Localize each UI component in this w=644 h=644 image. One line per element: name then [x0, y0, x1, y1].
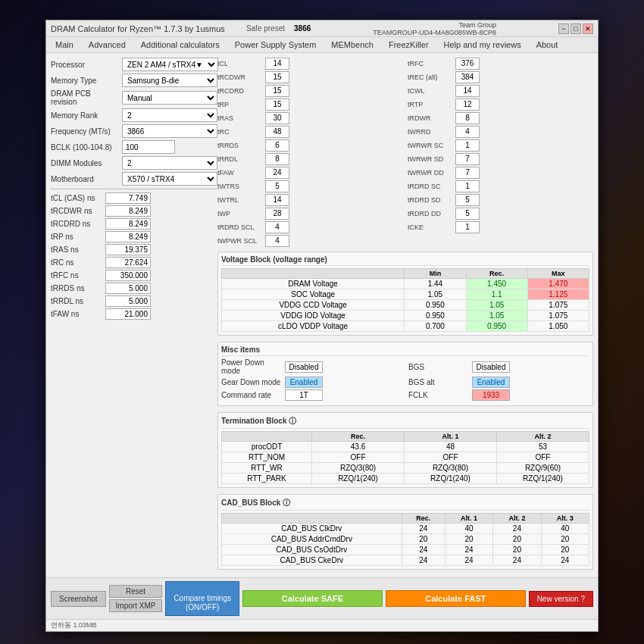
motherboard-dropdown[interactable]: X570 / sTRX4: [122, 172, 217, 186]
term-header-alt1: Alt. 1: [405, 432, 497, 442]
termination-section: Termination Block ⓘ Rec. Alt. 1 Alt. 2 p…: [217, 412, 593, 488]
timing-input-col1-7[interactable]: [265, 153, 289, 165]
menu-membench[interactable]: MEMbench: [325, 39, 380, 51]
timing-input-col2-2[interactable]: [455, 85, 480, 97]
timing-input-col2-0[interactable]: [455, 58, 480, 70]
timing-row: tRDRD SC: [408, 180, 593, 192]
team-group-brand: Team Group: [373, 21, 496, 29]
timing-input-col2-4[interactable]: [455, 112, 480, 124]
timing-row: tRP: [217, 98, 403, 111]
timing-row: tCL: [217, 58, 403, 70]
timing-input-col1-11[interactable]: [265, 208, 289, 220]
timing-input-col2-10[interactable]: [455, 194, 480, 206]
calculate-safe-button[interactable]: Calculate SAFE: [242, 590, 383, 607]
voltage-header-rec: Rec.: [466, 269, 527, 279]
voltage-header-name: [222, 269, 405, 279]
dram-pcb-dropdown[interactable]: Manual: [122, 91, 217, 105]
ns-input-7[interactable]: [105, 283, 151, 294]
timing-input-col2-12[interactable]: [455, 221, 480, 233]
cadbus-header-alt3: Alt. 3: [541, 514, 589, 524]
bgs-value: Disabled: [472, 361, 510, 373]
timing-row: tWTRL: [217, 194, 403, 206]
dimm-modules-dropdown[interactable]: 2: [122, 156, 217, 170]
termination-title: Termination Block ⓘ: [221, 416, 589, 429]
new-version-button[interactable]: New version ?: [529, 591, 593, 607]
timing-input-col1-2[interactable]: [265, 85, 289, 97]
close-button[interactable]: ✕: [583, 23, 593, 34]
timing-input-col1-0[interactable]: [265, 58, 289, 70]
ns-input-8[interactable]: [105, 295, 151, 307]
timing-input-col1-3[interactable]: [265, 98, 289, 111]
bclk-label: BCLK (100-104.8): [51, 143, 119, 152]
timing-input-col1-9[interactable]: [265, 180, 289, 192]
menu-main[interactable]: Main: [49, 39, 80, 51]
menu-advanced[interactable]: Advanced: [83, 39, 132, 51]
bclk-input[interactable]: [122, 140, 175, 154]
ns-input-0[interactable]: [105, 192, 151, 204]
menu-help[interactable]: Help and my reviews: [438, 39, 527, 51]
ns-input-1[interactable]: [105, 205, 151, 217]
screenshot-button[interactable]: Screenshot: [51, 591, 106, 607]
timing-input-col2-7[interactable]: [455, 153, 480, 165]
memory-rank-dropdown[interactable]: 2: [122, 108, 217, 122]
safe-preset-label: Safe preset: [246, 24, 285, 33]
timing-input-col1-12[interactable]: [265, 221, 289, 233]
term-header-rec: Rec.: [312, 432, 405, 442]
timing-input-col2-6[interactable]: [455, 139, 480, 152]
timing-input-col1-13[interactable]: [265, 235, 289, 247]
cadbus-table: Rec. Alt. 1 Alt. 2 Alt. 3 CAD_BUS ClkDrv…: [221, 513, 589, 566]
timing-input-col1-10[interactable]: [265, 194, 289, 206]
reset-button[interactable]: Reset: [109, 585, 163, 598]
frequency-dropdown[interactable]: 3866: [122, 124, 217, 138]
ns-input-3[interactable]: [105, 231, 151, 242]
ns-input-6[interactable]: [105, 270, 151, 281]
fclk-label: FCLK: [408, 391, 469, 399]
import-xmp-button[interactable]: Import XMP: [109, 599, 163, 612]
voltage-title: Voltage Block (voltage range): [221, 255, 589, 266]
termination-row: RTT_PARKRZQ/1(240)RZQ/1(240)RZQ/1(240): [222, 474, 589, 484]
memory-type-dropdown[interactable]: Samsung B-die: [122, 73, 217, 87]
memory-type-label: Memory Type: [51, 77, 119, 85]
timing-row: [408, 235, 593, 247]
timing-input-col2-1[interactable]: [455, 71, 480, 83]
compare-button[interactable]: Compare timings (ON/OFF): [165, 581, 239, 616]
ns-field-row: tRRDL ns: [51, 295, 217, 307]
ns-input-9[interactable]: [105, 308, 151, 320]
menu-about[interactable]: About: [530, 39, 564, 51]
status-text: 연하동 1.03MB: [51, 621, 97, 629]
timing-input-col1-4[interactable]: [265, 112, 289, 124]
voltage-header-min: Min: [405, 269, 466, 279]
timing-input-col2-9[interactable]: [455, 180, 480, 192]
calculate-fast-button[interactable]: Calculate FAST: [386, 590, 526, 607]
ns-input-5[interactable]: [105, 257, 151, 268]
menu-additional-calculators[interactable]: Additional calculators: [135, 39, 226, 51]
cadbus-header-rec: Rec.: [402, 514, 445, 524]
timing-input-col2-3[interactable]: [455, 98, 480, 111]
ns-field-row: tCL (CAS) ns: [51, 192, 217, 204]
voltage-header-max: Max: [527, 269, 589, 279]
menu-freezkiller[interactable]: FreezKiller: [383, 39, 435, 51]
processor-dropdown[interactable]: ZEN 2 AM4 / sTRX4▼: [122, 58, 218, 71]
timing-row: tRCDWR: [217, 71, 403, 83]
minimize-button[interactable]: −: [558, 23, 569, 34]
timing-input-col1-1[interactable]: [265, 71, 289, 83]
timing-row: tCWL: [408, 85, 593, 97]
cadbus-header-alt1: Alt. 1: [445, 514, 492, 524]
menu-power-supply[interactable]: Power Supply System: [229, 39, 323, 51]
timing-input-col2-8[interactable]: [455, 167, 480, 179]
restore-button[interactable]: □: [571, 23, 581, 34]
dimm-modules-label: DIMM Modules: [51, 159, 119, 167]
ns-input-2[interactable]: [105, 218, 151, 230]
timing-input-col2-5[interactable]: [455, 126, 480, 138]
ns-field-row: tRRDS ns: [51, 283, 217, 294]
timings-section: tCLtRCDWRtRCDRDtRPtRAStRCtRRDStRRDLtFAWt…: [217, 58, 593, 249]
processor-label: Processor: [51, 61, 119, 69]
ns-input-4[interactable]: [105, 244, 151, 255]
timing-row: tWRWR DD: [408, 167, 593, 179]
timing-input-col1-6[interactable]: [265, 139, 289, 152]
timing-input-col1-5[interactable]: [265, 126, 289, 138]
timing-input-col2-11[interactable]: [455, 208, 480, 220]
motherboard-label: Motherboard: [51, 175, 119, 183]
timing-row: tWRWR SD: [408, 153, 593, 165]
timing-input-col1-8[interactable]: [265, 167, 289, 179]
